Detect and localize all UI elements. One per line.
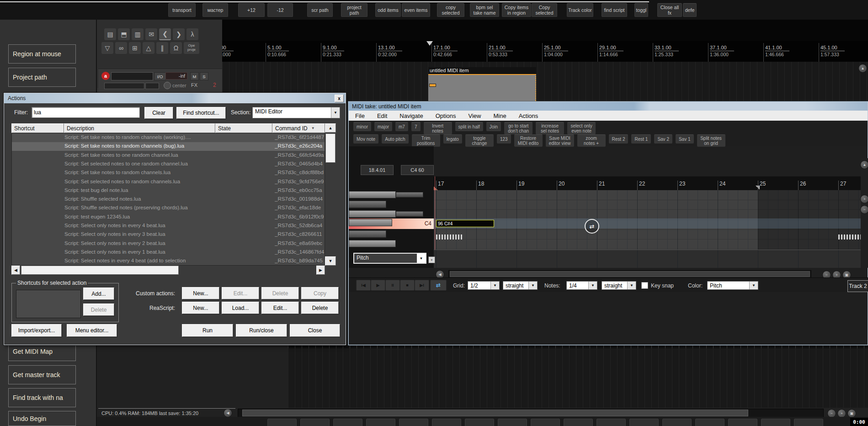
toolbar-button-copy-items-in-region[interactable]: Copy items in region (502, 3, 531, 17)
redo-icon[interactable]: ❯ (173, 28, 185, 40)
scroll-left-icon[interactable]: ◀ (11, 266, 20, 275)
menu-edit[interactable]: Edit (377, 112, 387, 119)
midi-toolbar-button-7[interactable]: 7 (411, 122, 421, 131)
action-row[interactable]: Script: Shuffle selected notes.lua_RS7d3… (12, 195, 325, 204)
edit-cursor-marker[interactable] (426, 41, 433, 46)
action-row[interactable]: Script: Select notes in every 4 beat (ad… (12, 257, 325, 266)
midi-ruler[interactable]: 1718192021222324252627 (434, 176, 868, 190)
sidebar-item-project-path[interactable]: Project path (8, 68, 76, 87)
midi-toolbar-button-toggle-change[interactable]: toggle change (465, 134, 494, 147)
metronome-icon[interactable]: λ (186, 28, 198, 40)
toolbar-button-track-color[interactable]: Track color (567, 3, 593, 17)
note-swing-dropdown[interactable]: straight ▼ (602, 281, 636, 290)
scroll-up-icon[interactable]: ▲ (325, 123, 336, 133)
bottom-toolbar-button[interactable] (794, 419, 823, 426)
open-project-button[interactable]: Ope proje (184, 42, 199, 54)
bottom-toolbar-button[interactable] (333, 419, 362, 426)
scroll-down-icon[interactable]: ▼ (325, 256, 336, 266)
chevron-down-icon[interactable]: ▼ (588, 282, 597, 289)
reascript-edit-button[interactable]: Edit... (261, 302, 299, 314)
toolbar-button-close-all-fx[interactable]: Close all fx (657, 3, 682, 17)
midi-scroll-up-button[interactable]: ▲ (860, 160, 868, 169)
sidebar-item-region-at-mouse[interactable]: Region at mouse (8, 44, 76, 64)
grid-size-dropdown[interactable]: 1/2 ▼ (468, 281, 500, 290)
toolbar-button-scr-path[interactable]: scr path (307, 3, 333, 17)
go-to-start-button[interactable]: I◀ (356, 280, 371, 291)
chevron-down-icon[interactable]: ▼ (749, 282, 758, 289)
bottom-toolbar-button[interactable] (531, 419, 560, 426)
midi-toolbar-button-increase-sel-notes[interactable]: increase sel notes (536, 122, 564, 134)
midi-toolbar-button-invert-notes[interactable]: Invert notes (424, 122, 452, 134)
key-snap-checkbox[interactable] (641, 282, 648, 289)
menu-actions[interactable]: Actions (519, 112, 538, 119)
timeline-ruler[interactable]: 1.1.000:00.0005.1.000:10.6669.1.000:21.3… (222, 41, 868, 62)
bars-icon[interactable]: ∥ (156, 42, 168, 54)
column-description[interactable]: Description (64, 123, 215, 133)
action-row[interactable]: Script: Set selected notes to random cha… (12, 178, 325, 186)
midi-toolbar-button-legato[interactable]: legato (443, 134, 462, 144)
toolbar-button-odd-items[interactable]: odd items (375, 3, 401, 17)
midi-item[interactable]: untitled MIDI item (428, 67, 536, 104)
delete-shortcut-button[interactable]: Delete (83, 304, 114, 316)
midi-hscroll-thumb[interactable] (450, 271, 810, 277)
pan-knob[interactable] (164, 82, 171, 89)
action-row[interactable]: Script: test bug del note.lua_RS7d3c_eb0… (12, 186, 325, 195)
filter-input[interactable]: lua (32, 107, 140, 118)
toolbar-button-bpm-sel-take-name[interactable]: bpm sel take name (470, 3, 499, 17)
action-row[interactable]: Script: Set take notes to random channel… (12, 142, 325, 151)
midi-toolbar-button-sav-1[interactable]: Sav 1 (676, 134, 694, 144)
midi-editor-titlebar[interactable]: MIDI take: untitled MIDI item (349, 102, 868, 111)
action-row[interactable]: Script: Shuffle selected notes (preservi… (12, 204, 325, 213)
new-project-icon[interactable]: ▤ (104, 28, 116, 40)
midi-toolbar-button-restore-midi-edito[interactable]: Restore MIDI edito (514, 134, 543, 147)
menu-navigate[interactable]: Navigate (399, 112, 423, 119)
save-project-icon[interactable]: ▥ (132, 28, 144, 40)
piano-key-row[interactable] (349, 209, 434, 219)
envelope-icon[interactable]: △ (143, 42, 154, 54)
action-row[interactable]: Script: Select only notes in every 2 bea… (12, 240, 325, 248)
cc-lane[interactable] (434, 250, 868, 268)
midi-toolbar-button-mov-note[interactable]: Mov note (353, 134, 378, 144)
find-shortcut-button[interactable]: Find shortcut... (176, 107, 226, 119)
grid-swing-dropdown[interactable]: straight ▼ (503, 281, 538, 290)
bottom-toolbar-button[interactable] (728, 419, 757, 426)
midi-toolbar-button-go-to-start-don-t-chan[interactable]: go to start don't chan (504, 122, 533, 134)
midi-toolbar-button-minor[interactable]: minor (353, 122, 371, 131)
vscroll-thumb[interactable] (325, 133, 335, 163)
track-fader-small[interactable] (145, 83, 159, 89)
track-name-field[interactable] (111, 72, 153, 80)
chevron-down-icon[interactable]: ▼ (490, 282, 499, 289)
main-scroll-thumb[interactable] (242, 410, 748, 416)
column-state[interactable]: State (215, 123, 272, 133)
note-length-dropdown[interactable]: 1/4 ▼ (566, 281, 597, 290)
track-badge[interactable]: Track 2 (847, 280, 868, 292)
toolbar-button-project-path[interactable]: project path (341, 3, 367, 17)
link-icon[interactable]: ∞ (115, 42, 127, 54)
bottom-toolbar-button[interactable] (366, 419, 395, 426)
volume-readout[interactable]: -inf (165, 72, 187, 80)
midi-toolbar-button-split-notes-on-grid[interactable]: Split notes on grid (697, 134, 725, 147)
grid-icon[interactable]: ⊞ (129, 42, 141, 54)
actions-list[interactable]: Script: Set take notes to random channel… (11, 133, 325, 266)
action-row[interactable]: Script: Select only notes in every 3 bea… (12, 230, 325, 239)
chevron-down-icon[interactable]: ▼ (627, 282, 636, 289)
midi-vzoom-in-button[interactable]: + (860, 195, 868, 203)
toolbar-button-transport[interactable]: transport (168, 3, 196, 17)
toolbar-button-even-items[interactable]: even items (402, 3, 430, 17)
reascript-new-button[interactable]: New... (182, 302, 219, 314)
actions-dialog-titlebar[interactable]: Actions (4, 93, 346, 103)
run-button[interactable]: Run (182, 324, 233, 337)
arrange-scroll-up-button[interactable]: ▲ (858, 64, 867, 73)
add-cc-lane-button[interactable]: + (428, 256, 435, 263)
hscroll-thumb[interactable] (21, 266, 179, 275)
menu-options[interactable]: Options (436, 112, 456, 119)
custom-edit-button[interactable]: Edit... (222, 287, 259, 299)
go-to-end-button[interactable]: ▶I (415, 280, 429, 291)
repeat-button[interactable]: ⇄ (430, 280, 447, 291)
midi-toolbar-button-save-midi-editor-view[interactable]: Save MIDI editor view (546, 134, 574, 147)
menu-file[interactable]: File (355, 112, 365, 119)
column-shortcut[interactable]: Shortcut (11, 123, 64, 133)
piano-key-row[interactable] (349, 190, 434, 200)
action-row[interactable]: Script: Select only notes in every 1 bea… (12, 248, 325, 257)
clear-button[interactable]: Clear (144, 107, 173, 119)
